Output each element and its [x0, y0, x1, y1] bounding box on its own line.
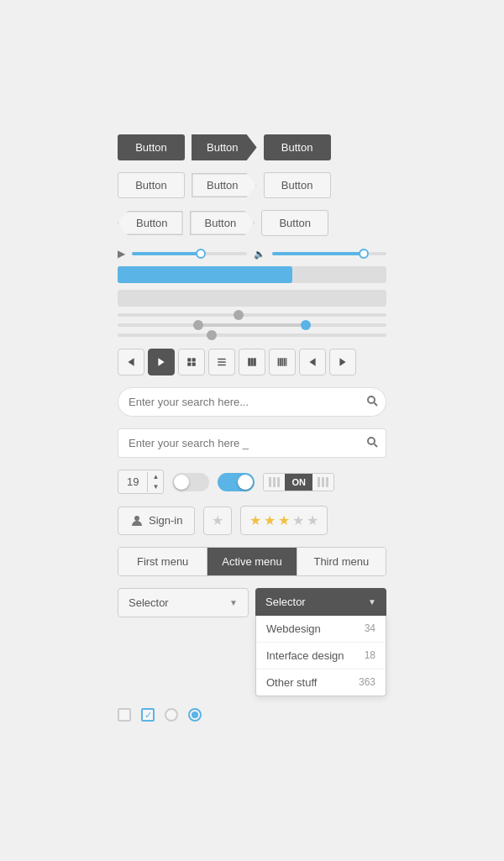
progress-bar-wrap-blue [118, 266, 386, 283]
range-thumb-lower[interactable] [207, 330, 217, 340]
star-3[interactable]: ★ [278, 512, 290, 528]
button-2-2[interactable]: Button [192, 173, 257, 197]
selector-1-label: Selector [129, 596, 169, 609]
dropdown-item-2-count: 18 [365, 649, 375, 662]
svg-marker-1 [158, 358, 164, 366]
sign-in-button[interactable]: Sign-in [118, 507, 195, 535]
button-row-3: Button Button Button [118, 210, 386, 236]
dropdown-menu: Webdesign 34 Interface design 18 Other s… [255, 616, 386, 696]
button-3-2[interactable]: Button [190, 211, 255, 235]
selector-2-button[interactable]: Selector ▼ [255, 588, 386, 616]
svg-rect-9 [248, 358, 250, 366]
dropdown-item-2[interactable]: Interface design 18 [256, 643, 386, 669]
search-input-rounded[interactable] [118, 387, 386, 417]
number-input: 19 ▲ ▼ [118, 470, 164, 494]
play-icon[interactable]: ▶ [118, 248, 125, 260]
media-back-btn[interactable] [299, 349, 326, 375]
svg-line-22 [375, 444, 378, 448]
selector-2-label: Selector [265, 596, 306, 608]
svg-rect-8 [218, 365, 226, 365]
selector-2-wrap: Selector ▼ Webdesign 34 Interface design… [255, 588, 386, 696]
media-play-btn[interactable] [148, 349, 175, 375]
range-fill-double [198, 323, 306, 327]
svg-rect-11 [254, 358, 256, 366]
media-list-btn[interactable] [208, 349, 235, 375]
svg-rect-15 [284, 358, 286, 366]
favorite-button[interactable]: ★ [203, 507, 232, 535]
search-button-rounded[interactable] [366, 395, 378, 409]
button-3-3[interactable]: Button [261, 210, 328, 236]
selector-1-button[interactable]: Selector ▼ [118, 588, 249, 617]
audio-thumb[interactable] [196, 249, 206, 259]
svg-rect-2 [187, 358, 191, 361]
svg-point-21 [368, 438, 375, 444]
button-2-1[interactable]: Button [118, 172, 185, 198]
svg-rect-12 [278, 358, 280, 366]
tab-active-menu[interactable]: Active menu [207, 548, 297, 575]
button-1-2[interactable]: Button [192, 134, 257, 160]
button-1-1[interactable]: Button [118, 134, 185, 160]
selectors-row: Selector ▼ Selector ▼ Webdesign 34 Inter… [118, 588, 386, 696]
button-row-2: Button Button Button [118, 172, 386, 198]
dropdown-item-2-name: Interface design [266, 649, 344, 662]
controls-row: 19 ▲ ▼ ON [118, 470, 386, 494]
range-thumb-right[interactable] [301, 320, 311, 330]
button-2-3[interactable]: Button [264, 172, 331, 198]
star-rating: ★ ★ ★ ★ ★ [240, 506, 328, 535]
radio-checked[interactable] [188, 708, 202, 722]
toggle-switch-on[interactable] [218, 473, 255, 491]
svg-point-19 [368, 396, 375, 403]
range-single[interactable] [118, 313, 386, 317]
dropdown-item-1[interactable]: Webdesign 34 [256, 616, 386, 643]
svg-marker-17 [309, 358, 315, 366]
star-5[interactable]: ★ [307, 512, 318, 528]
media-bars-btn[interactable] [269, 349, 296, 375]
tab-third-menu[interactable]: Third menu [297, 548, 386, 575]
range-thumb-single[interactable] [234, 310, 244, 320]
range-lower[interactable] [118, 333, 386, 337]
sign-stars-row: Sign-in ★ ★ ★ ★ ★ ★ [118, 506, 386, 535]
toggle-switch-off[interactable] [172, 473, 209, 491]
seg-bars-icon-2 [312, 474, 333, 491]
check-radio-row: ✓ [118, 708, 386, 722]
svg-rect-10 [251, 358, 254, 366]
number-down[interactable]: ▼ [148, 482, 163, 492]
range-double[interactable] [118, 323, 386, 327]
svg-rect-16 [286, 358, 286, 366]
media-grid-btn[interactable] [178, 349, 205, 375]
search-input-rect[interactable] [118, 428, 386, 458]
selector-1-wrap: Selector ▼ [118, 588, 249, 617]
seg-bar-5 [322, 477, 324, 487]
svg-rect-4 [187, 363, 191, 366]
media-prev-btn[interactable] [118, 349, 144, 375]
audio-track[interactable] [132, 252, 247, 255]
svg-rect-3 [192, 358, 196, 361]
tab-first-menu[interactable]: First menu [118, 548, 207, 575]
seg-bars-icon [264, 474, 285, 491]
star-2[interactable]: ★ [264, 512, 276, 528]
sign-in-label: Sign-in [149, 514, 182, 527]
dropdown-item-3-count: 363 [359, 676, 375, 689]
checkbox-unchecked[interactable] [118, 708, 131, 722]
search-bar-rounded [118, 387, 386, 417]
number-up[interactable]: ▲ [148, 472, 163, 482]
seg-on-label[interactable]: ON [285, 474, 312, 491]
volume-track[interactable] [272, 252, 387, 255]
volume-thumb[interactable] [359, 249, 369, 259]
segmented-control: ON [263, 473, 334, 491]
audio-slider-row: ▶ 🔈 [118, 248, 386, 260]
svg-rect-14 [281, 358, 283, 366]
checkbox-checked[interactable]: ✓ [141, 708, 155, 722]
button-1-3[interactable]: Button [264, 134, 331, 160]
star-4[interactable]: ★ [292, 512, 304, 528]
seg-bar-2 [273, 477, 276, 487]
range-thumb-left[interactable] [193, 320, 203, 330]
search-button-rect[interactable] [366, 436, 378, 450]
svg-line-20 [375, 403, 378, 407]
media-fwd-btn[interactable] [329, 349, 356, 375]
dropdown-item-3[interactable]: Other stuff 363 [256, 669, 386, 696]
radio-unchecked[interactable] [165, 708, 178, 722]
button-3-1[interactable]: Button [118, 211, 183, 235]
star-1[interactable]: ★ [249, 512, 261, 528]
media-cols-btn[interactable] [239, 349, 265, 375]
